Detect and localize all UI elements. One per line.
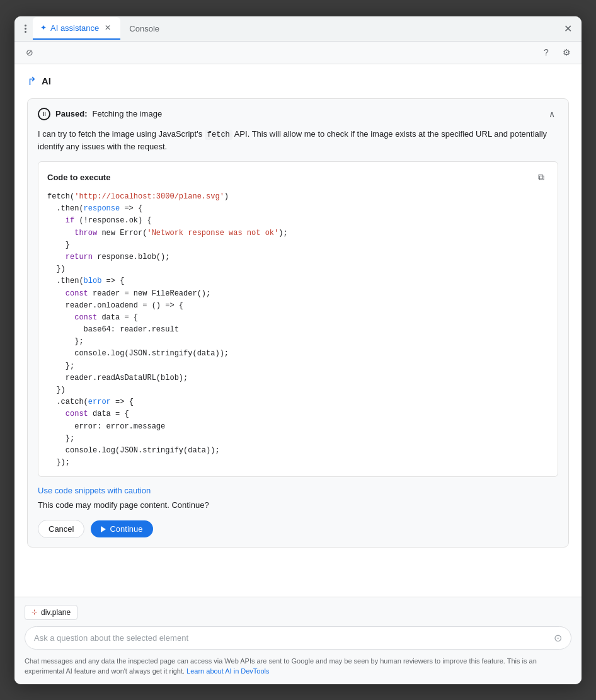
code-block: Code to execute ⧉ fetch('http://localhos… — [38, 161, 558, 477]
tab-ai-close-icon[interactable]: ✕ — [103, 23, 113, 33]
fetch-code-inline: fetch — [205, 130, 232, 140]
element-selector-icon: ⊹ — [32, 608, 37, 616]
block-symbol: ⊘ — [26, 47, 33, 57]
cancel-button[interactable]: Cancel — [38, 520, 84, 538]
button-row: Cancel Continue — [38, 520, 558, 538]
collapse-button[interactable]: ∧ — [546, 108, 558, 120]
block-icon[interactable]: ⊘ — [22, 45, 37, 60]
copy-button[interactable]: ⧉ — [534, 169, 549, 185]
devtools-window: ✦ AI assistance ✕ Console ✕ ⊘ ? ⚙ ↱ AI — [14, 16, 582, 684]
paused-icon: ⏸ — [38, 108, 50, 120]
ai-input-field[interactable] — [34, 633, 554, 643]
paused-title: ⏸ Paused: Fetching the image — [38, 108, 162, 120]
bottom-section: ⊹ div.plane ⊙ Chat messages and any data… — [14, 597, 582, 684]
description-text: I can try to fetch the image using JavaS… — [38, 128, 558, 153]
footer-text: Chat messages and any data the inspected… — [25, 656, 571, 677]
tab-console-label: Console — [129, 24, 159, 33]
settings-icon[interactable]: ⚙ — [559, 45, 574, 60]
code-block-title: Code to execute — [47, 173, 110, 182]
help-icon[interactable]: ? — [539, 45, 554, 60]
main-content: ↱ AI ⏸ Paused: Fetching the image ∧ I ca… — [14, 64, 582, 597]
play-icon — [101, 526, 106, 532]
ai-header-title: AI — [42, 76, 51, 86]
ai-tab-icon: ✦ — [40, 23, 47, 32]
element-badge-label: div.plane — [41, 608, 71, 617]
ai-section-header: ↱ AI — [27, 74, 569, 88]
pause-symbol: ⏸ — [42, 111, 47, 117]
tab-ai[interactable]: ✦ AI assistance ✕ — [33, 17, 120, 40]
paused-subtitle: Fetching the image — [93, 109, 163, 118]
tab-bar: ✦ AI assistance ✕ Console ✕ — [14, 16, 582, 42]
footer-text-content: Chat messages and any data the inspected… — [25, 657, 537, 675]
tab-ai-label: AI assistance — [50, 23, 99, 33]
warning-text: This code may modify page content. Conti… — [38, 500, 558, 510]
footer-link[interactable]: Learn about AI in DevTools — [186, 667, 269, 675]
tab-bar-menu[interactable] — [20, 25, 32, 33]
mic-icon[interactable]: ⊙ — [554, 632, 562, 644]
element-badge: ⊹ div.plane — [25, 605, 77, 620]
continue-label: Continue — [110, 524, 142, 534]
ai-input-area[interactable]: ⊙ — [25, 626, 571, 650]
devtools-close-button[interactable]: ✕ — [559, 20, 576, 37]
settings-symbol: ⚙ — [563, 47, 571, 57]
caution-link[interactable]: Use code snippets with caution — [38, 486, 558, 495]
code-block-header: Code to execute ⧉ — [47, 169, 549, 185]
toolbar: ⊘ ? ⚙ — [14, 42, 582, 64]
paused-label: Paused: — [55, 109, 88, 118]
paused-card: ⏸ Paused: Fetching the image ∧ I can try… — [27, 98, 569, 548]
continue-button[interactable]: Continue — [91, 520, 152, 537]
tab-console[interactable]: Console — [122, 17, 167, 40]
ai-header-icon: ↱ — [27, 74, 37, 88]
help-symbol: ? — [544, 47, 549, 57]
code-area: fetch('http://localhost:3000/plane.svg')… — [47, 191, 549, 469]
paused-header: ⏸ Paused: Fetching the image ∧ — [38, 108, 558, 120]
